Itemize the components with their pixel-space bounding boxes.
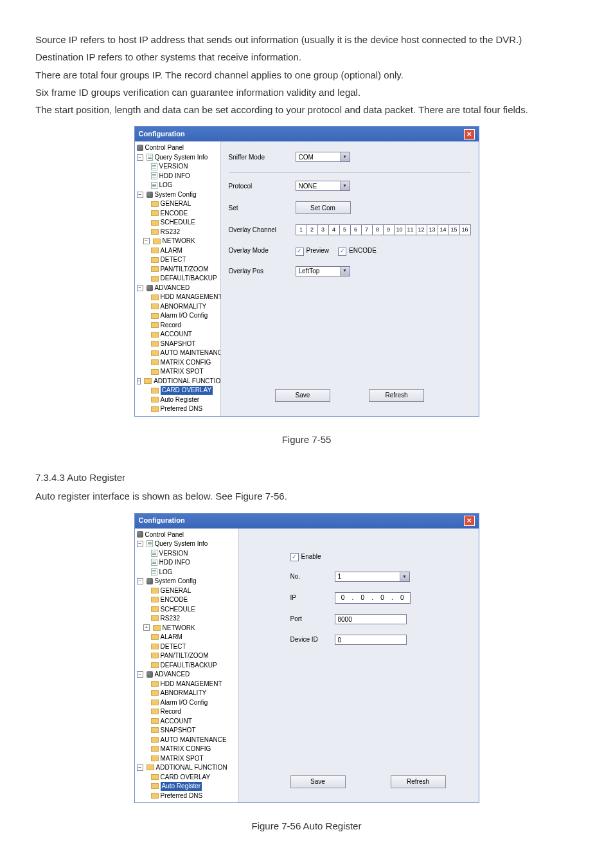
tree-label[interactable]: GENERAL — [161, 199, 191, 208]
tree-label[interactable]: GENERAL — [161, 586, 191, 595]
titlebar[interactable]: Configuration ✕ — [135, 127, 479, 141]
tree-label[interactable]: SNAPSHOT — [161, 339, 196, 348]
close-icon[interactable]: ✕ — [464, 516, 475, 526]
tree-label[interactable]: ACCOUNT — [161, 330, 192, 339]
tree-label[interactable]: NETWORK — [163, 237, 195, 246]
set-com-button[interactable]: Set Com — [296, 201, 351, 214]
tree-label[interactable]: Record — [161, 321, 181, 330]
tree-label[interactable]: VERSION — [159, 162, 188, 171]
tree-label[interactable]: PAN/TILT/ZOOM — [161, 651, 209, 660]
tree-label[interactable]: DETECT — [161, 642, 186, 651]
protocol-select[interactable]: NONE ▼ — [296, 181, 350, 191]
channel-box[interactable]: 16 — [460, 224, 471, 235]
collapse-icon[interactable]: − — [137, 764, 143, 771]
tree-label[interactable]: HDD MANAGEMENT — [161, 293, 221, 302]
collapse-icon[interactable]: − — [137, 192, 143, 198]
tree-label[interactable]: PAN/TILT/ZOOM — [161, 265, 209, 274]
ip-seg[interactable]: 0 — [355, 593, 370, 603]
channel-box[interactable]: 3 — [318, 224, 329, 235]
channel-box[interactable]: 4 — [329, 224, 340, 235]
tree-label[interactable]: SNAPSHOT — [161, 726, 196, 735]
tree-label[interactable]: System Config — [155, 577, 197, 586]
tree-label[interactable]: HDD MANAGEMENT — [161, 680, 222, 689]
tree-label[interactable]: Query System Info — [155, 539, 208, 548]
save-button[interactable]: Save — [290, 775, 346, 788]
tree-label[interactable]: ENCODE — [161, 209, 188, 218]
nav-tree[interactable]: Control Panel −Query System Info VERSION… — [135, 141, 221, 416]
tree-label[interactable]: ALARM — [161, 633, 182, 642]
save-button[interactable]: Save — [275, 389, 330, 402]
tree-label-selected[interactable]: Auto Register — [161, 782, 202, 791]
tree-label[interactable]: DEFAULT/BACKUP — [161, 661, 217, 670]
overlay-channel-grid[interactable]: 1 2 3 4 5 6 7 8 9 10 11 12 13 14 15 16 — [296, 224, 471, 235]
channel-box[interactable]: 1 — [296, 224, 307, 235]
refresh-button[interactable]: Refresh — [369, 389, 424, 402]
channel-box[interactable]: 7 — [362, 224, 373, 235]
tree-label[interactable]: Record — [161, 707, 181, 716]
ip-seg[interactable]: 0 — [395, 593, 410, 603]
tree-label[interactable]: HDD INFO — [159, 558, 190, 567]
tree-label[interactable]: Preferred DNS — [161, 791, 203, 800]
channel-box[interactable]: 13 — [427, 224, 438, 235]
tree-label[interactable]: MATRIX SPOT — [161, 754, 204, 763]
tree-label-selected[interactable]: CARD OVERLAY — [161, 386, 213, 395]
channel-box[interactable]: 12 — [416, 224, 427, 235]
tree-label[interactable]: SCHEDULE — [161, 218, 195, 227]
expand-icon[interactable]: + — [143, 624, 150, 631]
tree-label[interactable]: SCHEDULE — [161, 605, 195, 614]
tree-label[interactable]: MATRIX CONFIG — [161, 745, 211, 754]
encode-checkbox[interactable]: ✓ENCODE — [338, 246, 377, 256]
tree-label[interactable]: Control Panel — [145, 530, 184, 539]
collapse-icon[interactable]: − — [137, 378, 141, 384]
tree-label[interactable]: LOG — [159, 568, 173, 577]
channel-box[interactable]: 14 — [438, 224, 449, 235]
collapse-icon[interactable]: − — [143, 238, 150, 244]
tree-label[interactable]: RS232 — [161, 614, 181, 623]
ip-seg[interactable]: 0 — [375, 593, 390, 603]
tree-label[interactable]: HDD INFO — [159, 172, 190, 181]
tree-label[interactable]: RS232 — [161, 228, 181, 237]
collapse-icon[interactable]: − — [137, 541, 143, 547]
no-select[interactable]: 1 ▼ — [335, 572, 410, 582]
tree-label[interactable]: Alarm I/O Config — [161, 698, 208, 707]
channel-box[interactable]: 11 — [405, 224, 416, 235]
channel-box[interactable]: 9 — [384, 224, 395, 235]
tree-label[interactable]: NETWORK — [163, 624, 195, 633]
ip-input[interactable]: 0. 0. 0. 0 — [335, 592, 411, 604]
collapse-icon[interactable]: − — [137, 285, 143, 291]
tree-label[interactable]: ADVANCED — [155, 284, 190, 293]
tree-label[interactable]: MATRIX SPOT — [161, 367, 204, 376]
tree-label[interactable]: DETECT — [161, 255, 186, 264]
tree-label[interactable]: Alarm I/O Config — [161, 311, 208, 320]
tree-label[interactable]: AUTO MAINTENANCE — [161, 736, 227, 745]
titlebar[interactable]: Configuration ✕ — [135, 514, 479, 529]
port-input[interactable] — [335, 614, 407, 624]
channel-box[interactable]: 6 — [351, 224, 362, 235]
nav-tree[interactable]: Control Panel −Query System Info VERSION… — [135, 529, 239, 803]
overlay-pos-select[interactable]: LeftTop ▼ — [296, 266, 350, 276]
refresh-button[interactable]: Refresh — [391, 775, 446, 788]
ip-seg[interactable]: 0 — [335, 593, 351, 603]
channel-box[interactable]: 2 — [307, 224, 318, 235]
deviceid-input[interactable] — [335, 635, 407, 645]
tree-label[interactable]: System Config — [155, 190, 197, 199]
tree-label[interactable]: AUTO MAINTENANCE — [161, 348, 221, 357]
tree-label[interactable]: ABNORMALITY — [161, 689, 207, 698]
tree-label[interactable]: ALARM — [161, 246, 182, 255]
tree-label[interactable]: MATRIX CONFIG — [161, 358, 211, 367]
channel-box[interactable]: 5 — [340, 224, 351, 235]
tree-label[interactable]: ADDTIONAL FUNCTION — [156, 763, 227, 772]
tree-label[interactable]: Auto Register — [161, 395, 200, 404]
tree-label[interactable]: ADDTIONAL FUNCTION — [154, 377, 220, 386]
tree-label[interactable]: Control Panel — [145, 143, 184, 152]
tree-label[interactable]: Query System Info — [155, 153, 208, 162]
tree-label[interactable]: VERSION — [159, 549, 188, 558]
close-icon[interactable]: ✕ — [464, 129, 475, 140]
tree-label[interactable]: LOG — [159, 181, 173, 190]
enable-checkbox[interactable]: ✓Enable — [290, 552, 321, 562]
tree-label[interactable]: CARD OVERLAY — [161, 773, 211, 782]
tree-label[interactable]: ENCODE — [161, 595, 188, 604]
sniffer-mode-select[interactable]: COM ▼ — [296, 152, 350, 162]
tree-label[interactable]: Preferred DNS — [161, 404, 203, 413]
collapse-icon[interactable]: − — [137, 578, 143, 584]
